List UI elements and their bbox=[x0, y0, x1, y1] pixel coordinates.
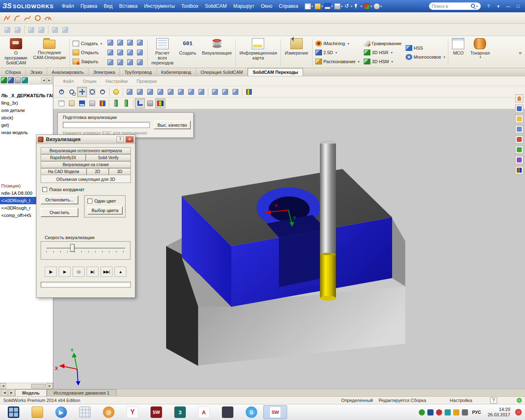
sim-menu-Настройки[interactable]: Настройки bbox=[101, 79, 132, 84]
color-mode-button[interactable] bbox=[244, 87, 254, 97]
eject-button[interactable]: ▲ bbox=[114, 267, 126, 277]
menu-Вставка[interactable]: Вставка bbox=[116, 2, 141, 10]
menu-SolidCAM[interactable]: SolidCAM bbox=[201, 2, 230, 10]
cloud-sync-icon[interactable] bbox=[445, 409, 451, 415]
scrollbar-thumb[interactable] bbox=[31, 384, 46, 388]
report-doc-button[interactable] bbox=[515, 135, 523, 144]
cam-settings-button[interactable] bbox=[126, 58, 135, 67]
tab-Трубопровод[interactable]: Трубопровод bbox=[120, 68, 156, 76]
cam-machine-button[interactable] bbox=[116, 58, 125, 67]
tab-Визуализация остаточного материала[interactable]: Визуализация остаточного материала bbox=[41, 147, 131, 154]
dialog-close-button[interactable]: × bbox=[126, 136, 134, 143]
stop-button[interactable]: Остановить... bbox=[41, 195, 78, 204]
tree-item[interactable]: ЛЬ _X_ДЕРЖАТЕЛЬ ГАЙК bbox=[0, 92, 53, 99]
tab-Электрика[interactable]: Электрика bbox=[89, 68, 120, 76]
view-bottom-button[interactable] bbox=[176, 87, 186, 97]
home-view-button[interactable] bbox=[515, 94, 523, 103]
sketch-arc-icon[interactable] bbox=[13, 14, 22, 23]
tech-engraving-button[interactable]: Гравирование bbox=[364, 39, 402, 48]
appearance-filter-icon[interactable] bbox=[60, 25, 70, 35]
tool-holder-button[interactable] bbox=[111, 98, 121, 108]
tool-display-button[interactable] bbox=[121, 98, 131, 108]
tree-item[interactable]: оля детали bbox=[0, 107, 53, 114]
sim-menu-Опции[interactable]: Опции bbox=[78, 79, 101, 84]
tab-Сборка[interactable]: Сборка bbox=[1, 68, 26, 76]
generic-app-taskbar-button[interactable] bbox=[216, 405, 240, 419]
tech-mill25d-button[interactable]: 2.5D▾ bbox=[315, 48, 360, 57]
open-document-button[interactable]: ▾ bbox=[314, 3, 324, 10]
ribbon-overflow-button[interactable]: » bbox=[516, 50, 524, 56]
mate-filter-icon[interactable] bbox=[13, 25, 23, 35]
menu-Инструменты[interactable]: Инструменты bbox=[141, 2, 178, 10]
tech-imachining-button[interactable]: iMachining▾ bbox=[315, 39, 360, 48]
clear-button[interactable]: Очистить bbox=[41, 208, 78, 217]
yandex-browser-taskbar-button[interactable]: Y bbox=[121, 405, 144, 419]
notification-badge-icon[interactable] bbox=[515, 409, 522, 415]
view-right-button[interactable] bbox=[155, 87, 165, 97]
cam-part-save-button[interactable] bbox=[126, 38, 135, 47]
zoom-out-button[interactable] bbox=[98, 87, 107, 97]
cam-part-lock-button[interactable] bbox=[135, 38, 144, 47]
antivirus-shield-icon[interactable] bbox=[419, 409, 425, 415]
print-button[interactable]: ▾ bbox=[333, 3, 343, 10]
selection-filter-icon[interactable] bbox=[50, 25, 60, 35]
play-slow-button[interactable]: |▶ bbox=[45, 267, 57, 277]
cam-edit-button[interactable] bbox=[135, 58, 144, 67]
tab-Кабелепровод[interactable]: Кабелепровод bbox=[157, 68, 196, 76]
zoom-window-button[interactable] bbox=[67, 87, 77, 97]
play-to-end-button[interactable]: ▶▶| bbox=[100, 267, 112, 277]
tab-Исследование движения 1[interactable]: Исследование движения 1 bbox=[47, 389, 116, 396]
pause-button[interactable]: ▮▮ bbox=[73, 267, 84, 277]
corner-view-button[interactable] bbox=[135, 98, 145, 108]
about-solidcam-button[interactable]: О программе SolidCAM bbox=[2, 37, 30, 68]
sketch-circle-icon[interactable] bbox=[33, 14, 42, 23]
sketch-gauge-icon[interactable] bbox=[43, 14, 52, 23]
open-folder-button[interactable] bbox=[515, 115, 523, 123]
vpn-icon[interactable] bbox=[427, 409, 434, 415]
light-bulb-button[interactable] bbox=[111, 87, 121, 97]
tab-3D[interactable]: 3D bbox=[109, 168, 131, 175]
tree-item[interactable]: stock) bbox=[0, 114, 53, 121]
dialog-title-bar[interactable]: Визуализация ? × bbox=[37, 135, 135, 144]
save-button[interactable]: ▾ bbox=[324, 3, 333, 10]
cam-open-button[interactable]: Открыть bbox=[73, 48, 102, 57]
histogram-button[interactable] bbox=[98, 98, 107, 108]
search-box[interactable]: Поиск в ▾ bbox=[429, 2, 481, 10]
assembly-filter-icon[interactable] bbox=[2, 25, 12, 35]
machine-setup-icon[interactable] bbox=[15, 77, 21, 83]
help-button[interactable]: ? bbox=[484, 2, 493, 10]
play-button[interactable]: ▶ bbox=[59, 267, 71, 277]
show-stock-button[interactable] bbox=[231, 87, 240, 97]
cam-manager-icon[interactable] bbox=[1, 77, 7, 83]
color-palette-button[interactable] bbox=[515, 166, 523, 174]
tech-hsm-button[interactable]: 3D HSM▾ bbox=[364, 57, 402, 66]
menu-Файл[interactable]: Файл bbox=[59, 2, 78, 10]
undo-button[interactable]: ▾ bbox=[343, 3, 353, 10]
view-rotate-button[interactable] bbox=[196, 87, 206, 97]
step-forward-button[interactable]: ▶| bbox=[87, 267, 98, 277]
tab-RapidVerify3X[interactable]: RapidVerify3X bbox=[41, 154, 86, 161]
tab-Визуализация на станке[interactable]: Визуализация на станке bbox=[41, 161, 131, 168]
scroll-right-icon[interactable]: ▶ bbox=[47, 383, 53, 389]
tree-item[interactable]: lling_3x) bbox=[0, 99, 53, 107]
tab-SolidCAM Переходы[interactable]: SolidCAM Переходы bbox=[248, 68, 303, 76]
select-pointer-button[interactable]: ▾ bbox=[353, 3, 363, 10]
volume-icon[interactable] bbox=[462, 409, 468, 415]
view-front-button[interactable] bbox=[125, 87, 135, 97]
view-left-button[interactable] bbox=[145, 87, 155, 97]
tree-scroll-right-button[interactable]: ▶ bbox=[47, 78, 52, 83]
model-info-button[interactable] bbox=[515, 105, 523, 113]
start-taskbar-button[interactable] bbox=[2, 405, 25, 419]
slider-thumb[interactable] bbox=[70, 244, 75, 252]
tech-multiaxis-button[interactable]: Многоосевое▾ bbox=[406, 53, 445, 61]
one-color-checkbox[interactable]: Один цвет bbox=[87, 199, 123, 203]
tab-scroll-right-button[interactable]: ▶ bbox=[8, 390, 15, 396]
cam-table-button[interactable] bbox=[106, 58, 115, 67]
dialog-help-button[interactable]: ? bbox=[116, 136, 124, 143]
stock-view-button[interactable] bbox=[515, 125, 523, 133]
calculate-all-operations-button[interactable]: Расчет всех переходов bbox=[148, 37, 176, 68]
options-button[interactable]: ▾ bbox=[373, 3, 383, 10]
tab-Операция SolidCAM[interactable]: Операция SolidCAM bbox=[196, 68, 248, 76]
scroll-left-icon[interactable]: ◀ bbox=[0, 383, 6, 389]
tab-2D[interactable]: 2D bbox=[87, 168, 109, 175]
